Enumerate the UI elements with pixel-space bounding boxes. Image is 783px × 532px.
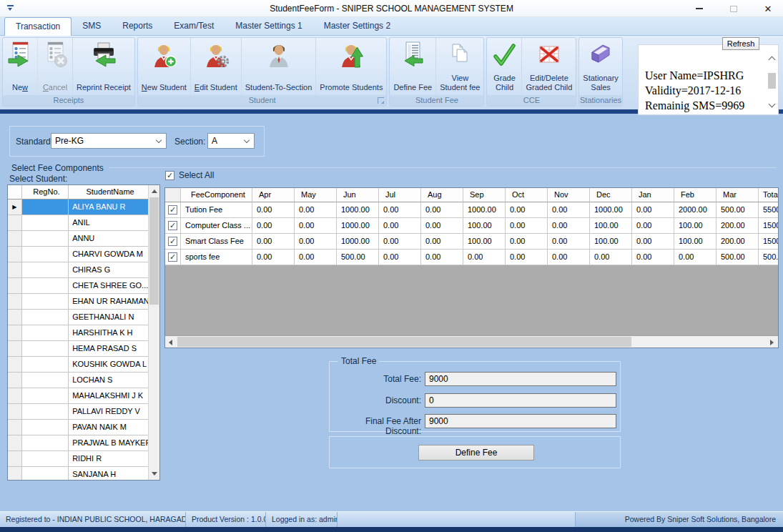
student-regno-cell bbox=[22, 262, 69, 278]
fee-column-header-feecomponent[interactable]: FeeComponent bbox=[181, 188, 252, 202]
tab-sms[interactable]: SMS bbox=[72, 17, 112, 36]
fee-value-cell: 0.00 bbox=[548, 218, 590, 234]
fee-value-cell: 0.00 bbox=[252, 234, 295, 250]
total-fee-field[interactable] bbox=[425, 372, 616, 386]
fee-column-header-aug[interactable]: Aug bbox=[421, 188, 463, 202]
tab-transaction[interactable]: Transaction bbox=[4, 17, 72, 36]
fee-row[interactable]: ✓Tution Fee0.000.001000.000.000.001000.0… bbox=[165, 202, 778, 218]
fee-grid-hscrollbar[interactable] bbox=[165, 335, 778, 348]
fee-checkbox-checked-icon[interactable]: ✓ bbox=[168, 221, 177, 230]
define-fee-button[interactable]: Define Fee bbox=[390, 38, 435, 94]
minimize-icon[interactable] bbox=[691, 2, 707, 15]
close-icon[interactable]: ✕ bbox=[760, 2, 776, 15]
status-version: Product Version : 1.0.0 bbox=[186, 512, 266, 528]
fee-column-header-mar[interactable]: Mar bbox=[716, 188, 759, 202]
fee-column-header-oct[interactable]: Oct bbox=[506, 188, 548, 202]
column-header-regno[interactable]: RegNo. bbox=[22, 185, 69, 200]
fee-value-cell: 1000.00 bbox=[337, 234, 379, 250]
student-row[interactable]: HEMA PRASAD S bbox=[8, 341, 148, 357]
license-info-line: User Name=IPSHRG bbox=[645, 68, 744, 83]
student-to-section-button[interactable]: Student-To-Section bbox=[241, 38, 316, 94]
scroll-up-icon[interactable] bbox=[769, 56, 776, 64]
student-row[interactable]: RIDHI R bbox=[8, 451, 148, 467]
student-row[interactable]: SANJANA H bbox=[8, 467, 148, 481]
maximize-icon[interactable] bbox=[726, 2, 742, 15]
student-row[interactable]: CHIRAS G bbox=[8, 262, 148, 278]
cancel-button[interactable]: Cancel bbox=[37, 38, 72, 94]
student-row[interactable]: ANIL bbox=[8, 215, 148, 231]
student-row[interactable]: ANNU bbox=[8, 231, 148, 247]
student-row[interactable]: PRAJWAL B MAYKERI bbox=[8, 435, 148, 451]
select-all-checkbox[interactable]: ✓ Select All bbox=[165, 170, 214, 180]
reprint-receipt-button[interactable]: Reprint Receipt bbox=[72, 38, 134, 94]
stationary-sales-button[interactable]: Stationary Sales bbox=[579, 38, 622, 94]
student-row[interactable]: EHAN UR RAHAMAN bbox=[8, 294, 148, 310]
standard-combobox[interactable]: Pre-KG bbox=[51, 133, 167, 149]
checkbox-checked-icon[interactable]: ✓ bbox=[165, 171, 174, 180]
tab-exam-test[interactable]: Exam/Test bbox=[163, 17, 225, 36]
fee-column-header-nov[interactable]: Nov bbox=[548, 188, 590, 202]
student-row[interactable]: CHETA SHREE GO... bbox=[8, 278, 148, 294]
fee-checkbox-checked-icon[interactable]: ✓ bbox=[168, 237, 177, 246]
tab-reports[interactable]: Reports bbox=[112, 17, 163, 36]
student-row[interactable]: PALLAVI REDDY V bbox=[8, 404, 148, 420]
fee-column-header-dec[interactable]: Dec bbox=[590, 188, 632, 202]
student-name-cell: ANNU bbox=[69, 231, 148, 247]
dialog-launcher-icon[interactable] bbox=[378, 97, 384, 104]
student-regno-cell bbox=[22, 231, 69, 247]
status-spacer bbox=[338, 512, 576, 528]
fee-column-header-jun[interactable]: Jun bbox=[337, 188, 379, 202]
scroll-down-icon[interactable] bbox=[769, 101, 776, 108]
fee-checkbox-checked-icon[interactable]: ✓ bbox=[168, 252, 177, 262]
fee-value-cell: 0.00 bbox=[252, 202, 295, 218]
license-info-scrollbar[interactable] bbox=[767, 46, 777, 114]
window-title: StudentFeeForm - SNIPER SCHOOL MANAGEMEN… bbox=[0, 4, 783, 14]
tab-master-settings-2[interactable]: Master Settings 2 bbox=[313, 17, 401, 36]
fee-column-header-apr[interactable]: Apr bbox=[252, 188, 295, 202]
fee-value-cell: 200.00 bbox=[716, 218, 759, 234]
scroll-left-icon[interactable] bbox=[165, 336, 177, 348]
refresh-button[interactable]: Refresh bbox=[722, 37, 759, 50]
edit-student-button[interactable]: Edit Student bbox=[190, 38, 241, 94]
define-fee-button[interactable]: Define Fee bbox=[418, 445, 534, 460]
student-row[interactable]: ▶ALIYA BANU R bbox=[8, 200, 148, 215]
student-row[interactable]: KOUSHIK GOWDA L N bbox=[8, 357, 148, 373]
fee-value-cell: 0.00 bbox=[590, 250, 632, 265]
view-student-fee-button[interactable]: View Student fee bbox=[435, 38, 483, 94]
section-combobox[interactable]: A bbox=[207, 133, 255, 149]
scroll-thumb[interactable] bbox=[177, 337, 631, 347]
fee-column-header-jan[interactable]: Jan bbox=[632, 188, 674, 202]
fee-column-header-may[interactable]: May bbox=[295, 188, 337, 202]
fee-row[interactable]: ✓Computer Class ...0.000.001000.000.000.… bbox=[165, 218, 778, 234]
scroll-thumb[interactable] bbox=[149, 197, 159, 305]
new-student-button[interactable]: New Student bbox=[138, 38, 190, 94]
scroll-down-icon[interactable] bbox=[152, 472, 157, 476]
document-arrow-icon bbox=[399, 39, 426, 71]
fee-column-header-sep[interactable]: Sep bbox=[463, 188, 506, 202]
promote-students-button[interactable]: Promote Students bbox=[315, 38, 386, 94]
scroll-up-icon[interactable] bbox=[152, 189, 157, 193]
discount-field[interactable] bbox=[425, 393, 616, 408]
new-button[interactable]: New bbox=[3, 38, 37, 94]
fee-checkbox-checked-icon[interactable]: ✓ bbox=[168, 205, 177, 215]
student-row[interactable]: LOCHAN S bbox=[8, 373, 148, 388]
final-fee-field[interactable] bbox=[425, 414, 616, 428]
student-list-header: RegNo.StudentName bbox=[8, 185, 148, 200]
grade-child-button[interactable]: Grade Child bbox=[487, 38, 521, 94]
student-row[interactable]: PAVAN NAIK M bbox=[8, 420, 148, 435]
student-row[interactable]: GEETHANJALI N bbox=[8, 310, 148, 325]
fee-column-header-total[interactable]: Total bbox=[759, 188, 778, 202]
fee-row[interactable]: ✓Smart Class Fee0.000.001000.000.000.001… bbox=[165, 234, 778, 250]
edit-delete-graded-child-button[interactable]: Edit/Delete Graded Child bbox=[521, 38, 576, 94]
scroll-thumb[interactable] bbox=[768, 73, 776, 89]
fee-column-header-jul[interactable]: Jul bbox=[379, 188, 421, 202]
student-row[interactable]: CHARVI GOWDA M bbox=[8, 247, 148, 262]
column-header-studentname[interactable]: StudentName bbox=[69, 185, 148, 200]
scroll-right-icon[interactable] bbox=[766, 336, 778, 348]
student-list-vscrollbar[interactable] bbox=[148, 185, 159, 480]
fee-row[interactable]: ✓sports fee0.000.00500.000.000.000.000.0… bbox=[165, 250, 778, 265]
student-row[interactable]: MAHALAKSHMI J K bbox=[8, 388, 148, 404]
tab-master-settings-1[interactable]: Master Settings 1 bbox=[225, 17, 312, 36]
student-row[interactable]: HARSHITHA K H bbox=[8, 325, 148, 341]
fee-column-header-feb[interactable]: Feb bbox=[674, 188, 716, 202]
